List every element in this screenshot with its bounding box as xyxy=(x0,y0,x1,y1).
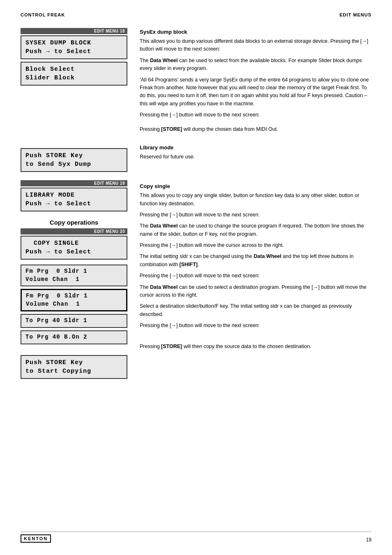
text-sysex-4: Pressing the [→] button will move to the… xyxy=(140,111,371,119)
text-sysex-3: ‘All 64 Programs’ sends a very large Sys… xyxy=(140,76,371,108)
copy-operations-heading: Copy operations xyxy=(21,219,127,226)
lcd-push-store-sysex: Push STORE Key to Send Syx Dump xyxy=(21,148,127,172)
title-sysex-dump: SysEx dump block xyxy=(140,29,371,35)
edit-menu-20-section: EDIT MENU 20 COPY SINGLE Push → to Selec… xyxy=(21,228,127,260)
left-column: EDIT MENU 18 SYSEX DUMP BLOCK Push → to … xyxy=(21,28,136,381)
copy-text-4: The Data Wheel can be used to select a d… xyxy=(140,283,371,300)
main-content: EDIT MENU 18 SYSEX DUMP BLOCK Push → to … xyxy=(21,28,371,381)
edit-menu-20-label: EDIT MENU 20 xyxy=(21,228,127,235)
title-copy-single: Copy single xyxy=(140,183,371,189)
spacer-2 xyxy=(21,347,127,355)
right-column: SysEx dump block This allows you to dump… xyxy=(136,28,371,381)
text-copy-3b: Pressing the [→] button will move to the… xyxy=(140,272,371,280)
text-sysex-5: Pressing [STORE] will dump the chosen da… xyxy=(140,125,371,133)
menu-19-text-block: Library mode Reserved for future use. xyxy=(140,144,371,161)
text-library-1: Reserved for future use. xyxy=(140,153,371,161)
text-sysex-1: This allows you to dump various differen… xyxy=(140,37,371,53)
page-header: CONTROL FREAK EDIT MENUS xyxy=(21,12,371,20)
text-sysex-2: The Data Wheel can be used to select fro… xyxy=(140,57,371,73)
copy-text-3: The initial setting sldr x can be change… xyxy=(140,253,371,280)
text-copy-2b: Pressing the [→] button will move the cu… xyxy=(140,242,371,249)
lcd-fm-prg-1: Fm Prg 0 Sldr 1 Volume Chan 1 xyxy=(21,265,127,286)
copy-text-2: The Data Wheel can be used to change the… xyxy=(140,222,371,249)
copy-text-6: Pressing [STORE] will then copy the sour… xyxy=(140,343,371,351)
lcd-sysex-dump: SYSEX DUMP BLOCK Push → to Select xyxy=(21,35,127,59)
edit-menu-19-section: EDIT MENU 19 LIBRARY MODE Push → to Sele… xyxy=(21,180,127,211)
lcd-copy-single: COPY SINGLE Push → to Select xyxy=(21,236,127,260)
copy-text-5: Select a destination slider/button/F key… xyxy=(140,302,371,330)
page: CONTROL FREAK EDIT MENUS EDIT MENU 18 SY… xyxy=(0,0,392,555)
text-copy-1: This allows you to copy any single slide… xyxy=(140,192,371,208)
text-copy-5b: Pressing the [→] button will move to the… xyxy=(140,322,371,330)
header-right: EDIT MENUS xyxy=(339,12,371,17)
copy-ops-right: Copy single This allows you to copy any … xyxy=(140,183,371,219)
lcd-fm-prg-2: Fm Prg 0 Sldr 1 Volume Chan 1 xyxy=(21,289,127,311)
header-left: CONTROL FREAK xyxy=(21,12,65,17)
edit-menu-18-label: EDIT MENU 18 xyxy=(21,28,127,34)
lcd-library-mode: LIBRARY MODE Push → to Select xyxy=(21,188,127,211)
edit-menu-19-label: EDIT MENU 19 xyxy=(21,180,127,186)
page-footer: KENTON 19 xyxy=(21,532,371,543)
lcd-to-prg-sldr: To Prg 40 Sldr 1 xyxy=(21,314,127,328)
lcd-block-select: Block Select Slider Block xyxy=(21,62,127,86)
footer-logo: KENTON xyxy=(21,534,51,543)
lcd-to-prg-bon: To Prg 40 B.On 2 xyxy=(21,330,127,344)
text-copy-1b: Pressing the [→] button will move to the… xyxy=(140,211,371,219)
footer-page-number: 19 xyxy=(366,537,371,543)
spacer-1 xyxy=(21,91,127,148)
lcd-push-store-copy: Push STORE Key to Start Copying xyxy=(21,355,127,379)
title-library-mode: Library mode xyxy=(140,144,371,151)
edit-menu-18-section: EDIT MENU 18 SYSEX DUMP BLOCK Push → to … xyxy=(21,28,127,86)
